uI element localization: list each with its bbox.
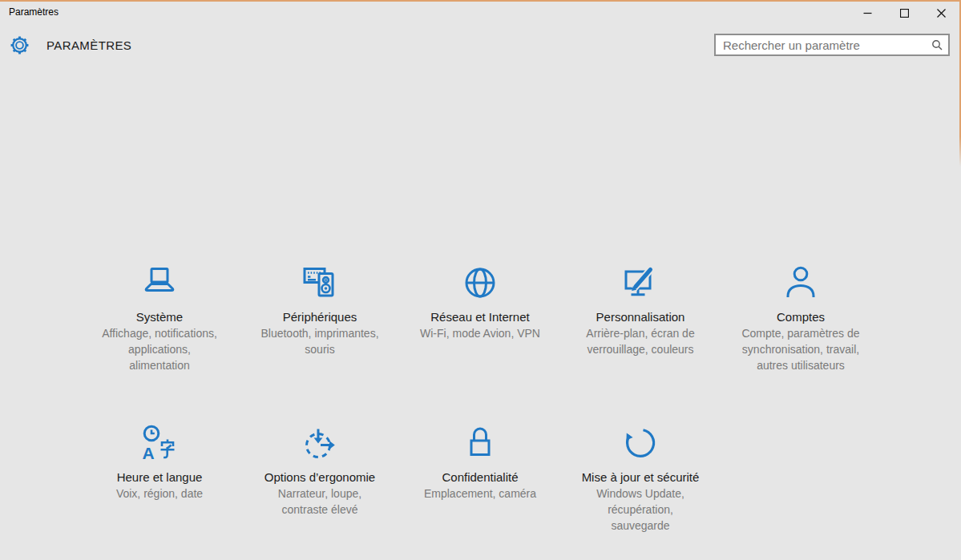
window-controls [849,2,959,25]
tile-title: Comptes [721,310,881,324]
tile-subtitle: Compte, paramètres de synchronisation, t… [721,325,881,373]
settings-tile-mise-a-jour-securite[interactable]: Mise à jour et sécuritéWindows Update, r… [560,413,721,560]
tile-title: Options d’ergonomie [240,470,400,484]
tile-subtitle: Voix, région, date [79,485,240,502]
tile-subtitle: Affichage, notifications, applications, … [79,325,240,373]
person-icon [721,260,881,305]
tile-subtitle: Emplacement, caméra [400,485,560,502]
tile-subtitle: Bluetooth, imprimantes, souris [240,325,400,357]
tile-title: Système [79,310,240,324]
tile-title: Confidentialité [400,470,560,484]
maximize-button[interactable] [886,2,923,25]
settings-tile-comptes[interactable]: ComptesCompte, paramètres de synchronisa… [721,252,881,413]
minimize-icon [863,9,872,18]
settings-tile-peripheriques[interactable]: PériphériquesBluetooth, imprimantes, sou… [240,252,400,413]
search-input[interactable] [714,34,950,56]
refresh-icon [560,421,721,465]
search-box [714,34,950,56]
tile-title: Mise à jour et sécurité [560,470,721,484]
tile-subtitle: Windows Update, récupération, sauvegarde [560,485,721,534]
close-button[interactable] [923,2,959,25]
minimize-button[interactable] [849,2,886,25]
monitor-pen-icon [560,260,721,305]
page-title: PARAMÈTRES [46,38,131,52]
tile-title: Réseau et Internet [400,310,560,324]
clock-language-icon: A [79,421,240,465]
tile-title: Périphériques [240,310,400,324]
tile-title: Heure et langue [79,470,240,484]
settings-tile-heure-langue[interactable]: AHeure et langueVoix, région, date [79,413,240,560]
keyboard-speaker-icon [240,260,400,305]
laptop-icon [79,260,240,305]
settings-tile-confidentialite[interactable]: ConfidentialitéEmplacement, caméra [400,413,560,560]
desktop-edge-top [0,0,961,2]
settings-tile-reseau-internet[interactable]: Réseau et InternetWi-Fi, mode Avion, VPN [400,252,560,413]
tile-title: Personnalisation [560,310,721,324]
maximize-icon [900,9,909,18]
globe-icon [400,260,560,305]
settings-tile-systeme[interactable]: SystèmeAffichage, notifications, applica… [79,252,240,413]
tile-subtitle: Arrière-plan, écran de verrouillage, cou… [560,325,721,357]
settings-grid: SystèmeAffichage, notifications, applica… [79,252,881,560]
window-title: Paramètres [9,6,59,18]
ease-of-access-icon [240,421,400,465]
gear-icon [10,36,29,58]
tile-subtitle: Narrateur, loupe, contraste élevé [240,485,400,518]
close-icon [937,9,946,18]
settings-tile-personnalisation[interactable]: PersonnalisationArrière-plan, écran de v… [560,252,721,413]
svg-text:A: A [143,444,155,462]
settings-tile-options-ergonomie[interactable]: Options d’ergonomieNarrateur, loupe, con… [240,413,400,560]
lock-icon [400,421,560,465]
tile-subtitle: Wi-Fi, mode Avion, VPN [400,325,560,341]
